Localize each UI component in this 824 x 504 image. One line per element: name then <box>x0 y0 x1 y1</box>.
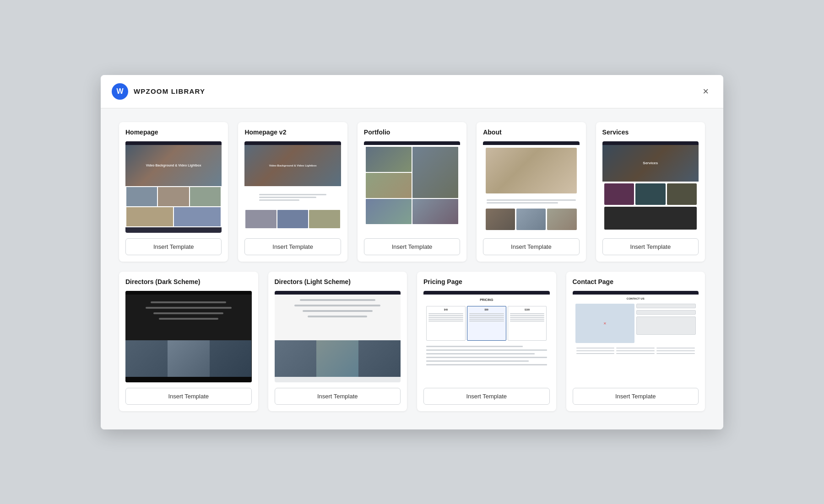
template-preview-portfolio <box>364 141 460 233</box>
template-name-directors-dark: Directors (Dark Scheme) <box>125 278 252 285</box>
template-card-directors-light: Directors (Light Scheme) <box>268 272 407 411</box>
modal-body: Homepage Video Background & Video Lightb… <box>101 108 723 429</box>
template-preview-pricing: PRICING $49 <box>423 291 550 382</box>
template-card-contact: Contact Page CONTACT US <box>566 272 705 411</box>
template-card-homepage: Homepage Video Background & Video Lightb… <box>119 122 228 262</box>
template-card-about: About Insert Te <box>477 122 585 262</box>
template-card-homepagev2: Homepage v2 Video Background & Video Lig… <box>238 122 347 262</box>
template-preview-directors-light <box>275 291 401 382</box>
insert-btn-directors-dark[interactable]: Insert Template <box>125 388 252 405</box>
template-preview-about <box>483 141 579 233</box>
insert-btn-directors-light[interactable]: Insert Template <box>275 388 401 405</box>
template-name-contact: Contact Page <box>573 278 699 285</box>
modal-title: WPZOOM LIBRARY <box>134 87 205 95</box>
modal-header-left: W WPZOOM LIBRARY <box>112 83 205 100</box>
template-name-homepage: Homepage <box>125 129 222 136</box>
close-button[interactable]: × <box>699 85 712 98</box>
template-card-directors-dark: Directors (Dark Scheme) <box>119 272 258 411</box>
templates-row2: Directors (Dark Scheme) <box>119 272 705 411</box>
template-preview-services: Services <box>602 141 699 233</box>
template-name-directors-light: Directors (Light Scheme) <box>275 278 401 285</box>
template-card-pricing: Pricing Page PRICING $49 <box>417 272 556 411</box>
modal-header: W WPZOOM LIBRARY × <box>101 75 723 108</box>
template-card-services: Services Services Insert Template <box>596 122 705 262</box>
insert-btn-about[interactable]: Insert Template <box>483 238 579 255</box>
insert-btn-services[interactable]: Insert Template <box>602 238 699 255</box>
template-name-portfolio: Portfolio <box>364 129 460 136</box>
template-preview-contact: CONTACT US <box>573 291 699 382</box>
template-name-services: Services <box>602 129 699 136</box>
template-name-homepagev2: Homepage v2 <box>244 129 341 136</box>
insert-btn-contact[interactable]: Insert Template <box>573 388 699 405</box>
insert-btn-portfolio[interactable]: Insert Template <box>364 238 460 255</box>
templates-row1: Homepage Video Background & Video Lightb… <box>119 122 705 262</box>
template-card-portfolio: Portfolio Insert Template <box>358 122 466 262</box>
insert-btn-homepage[interactable]: Insert Template <box>125 238 222 255</box>
template-name-about: About <box>483 129 579 136</box>
modal-overlay: W WPZOOM LIBRARY × Homepage Video Backgr… <box>101 75 723 429</box>
template-name-pricing: Pricing Page <box>423 278 550 285</box>
template-preview-homepagev2: Video Background & Video Lightbox <box>244 141 341 233</box>
insert-btn-pricing[interactable]: Insert Template <box>423 388 550 405</box>
template-preview-directors-dark <box>125 291 252 382</box>
insert-btn-homepagev2[interactable]: Insert Template <box>244 238 341 255</box>
wpzoom-logo: W <box>112 83 128 100</box>
template-preview-homepage: Video Background & Video Lightbox <box>125 141 222 233</box>
